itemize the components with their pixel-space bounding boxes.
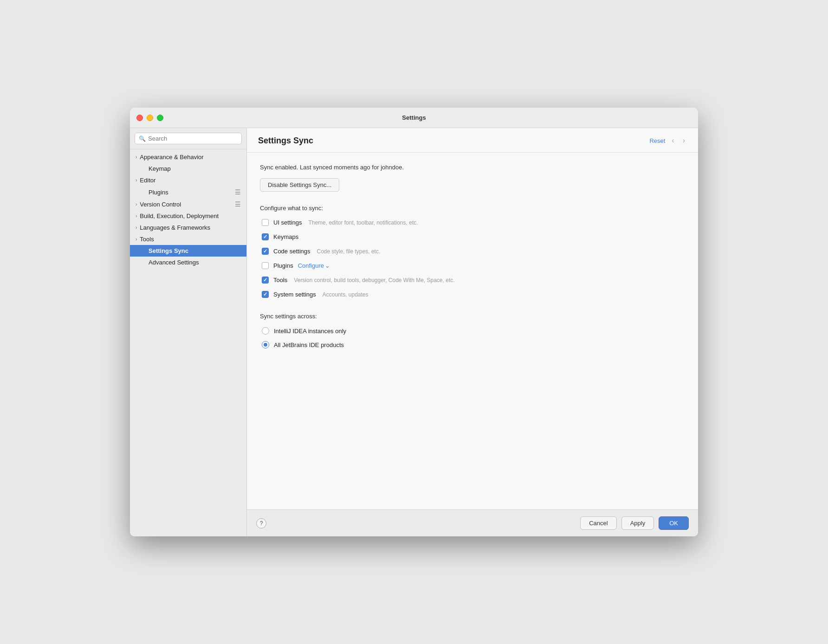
configure-link[interactable]: Configure ⌄ — [298, 262, 330, 269]
code-settings-desc: Code style, file types, etc. — [317, 248, 381, 255]
sidebar-item-settings-sync[interactable]: Settings Sync — [130, 245, 246, 257]
chevron-right-icon: › — [136, 202, 137, 207]
system-settings-checkbox[interactable] — [262, 291, 269, 298]
menu-icon: ☰ — [235, 200, 241, 208]
search-icon: 🔍 — [139, 135, 146, 142]
ui-settings-desc: Theme, editor font, toolbar, notificatio… — [308, 219, 418, 226]
chevron-right-icon: › — [136, 225, 137, 230]
radio-options-list: IntelliJ IDEA instances only All JetBrai… — [260, 327, 685, 348]
main-body: Sync enabled. Last synced moments ago fo… — [247, 153, 698, 509]
sync-status-text: Sync enabled. Last synced moments ago fo… — [260, 164, 685, 171]
main-panel: Settings Sync Reset ‹ › Sync enabled. La… — [247, 128, 698, 536]
chevron-right-icon: › — [136, 178, 137, 183]
sidebar-item-label: Version Control — [140, 201, 233, 208]
system-settings-desc: Accounts, updates — [323, 291, 369, 298]
sync-across-title: Sync settings across: — [260, 313, 685, 320]
search-wrapper[interactable]: 🔍 — [135, 133, 242, 144]
intellij-only-radio[interactable] — [262, 327, 269, 335]
sidebar-item-label: Advanced Settings — [136, 259, 241, 266]
sidebar-item-keymap[interactable]: Keymap — [130, 163, 246, 174]
sync-option-code-settings: Code settings Code style, file types, et… — [262, 248, 685, 255]
chevron-down-icon: ⌄ — [325, 262, 330, 269]
search-input[interactable] — [148, 135, 238, 142]
page-title: Settings Sync — [258, 136, 313, 146]
close-button[interactable] — [136, 115, 143, 121]
footer-left: ? — [256, 518, 266, 528]
all-jetbrains-label: All JetBrains IDE products — [274, 341, 344, 348]
sync-option-plugins: Plugins Configure ⌄ — [262, 262, 685, 269]
sidebar-item-label: Settings Sync — [136, 247, 241, 254]
code-settings-label: Code settings — [273, 248, 310, 255]
plugins-label: Plugins — [273, 262, 293, 269]
sync-option-keymaps: Keymaps — [262, 233, 685, 240]
sidebar-item-label: Tools — [140, 236, 241, 243]
radio-option-intellij-only[interactable]: IntelliJ IDEA instances only — [262, 327, 685, 335]
plugins-checkbox[interactable] — [262, 262, 269, 269]
radio-option-all-jetbrains[interactable]: All JetBrains IDE products — [262, 341, 685, 348]
apply-button[interactable]: Apply — [621, 516, 654, 530]
forward-arrow-button[interactable]: › — [681, 135, 687, 146]
window-title: Settings — [402, 114, 426, 121]
chevron-right-icon: › — [136, 155, 137, 160]
keymaps-label: Keymaps — [273, 233, 298, 240]
sidebar-item-label: Keymap — [136, 165, 241, 172]
sync-option-ui-settings: UI settings Theme, editor font, toolbar,… — [262, 219, 685, 226]
ok-button[interactable]: OK — [659, 516, 689, 530]
all-jetbrains-radio[interactable] — [262, 341, 269, 348]
content-area: 🔍 › Appearance & Behavior Keymap › Edito… — [130, 128, 698, 536]
header-actions: Reset ‹ › — [649, 135, 687, 146]
sidebar-item-label: Plugins — [136, 189, 233, 196]
sidebar-item-build-execution[interactable]: › Build, Execution, Deployment — [130, 210, 246, 222]
sync-option-system-settings: System settings Accounts, updates — [262, 291, 685, 298]
maximize-button[interactable] — [157, 115, 163, 121]
sidebar-item-advanced-settings[interactable]: Advanced Settings — [130, 257, 246, 268]
back-arrow-button[interactable]: ‹ — [670, 135, 676, 146]
titlebar: Settings — [130, 108, 698, 128]
sidebar-item-appearance-behavior[interactable]: › Appearance & Behavior — [130, 151, 246, 163]
code-settings-checkbox[interactable] — [262, 248, 269, 255]
configure-section-title: Configure what to sync: — [260, 205, 685, 212]
cancel-button[interactable]: Cancel — [580, 516, 616, 530]
sidebar-item-label: Editor — [140, 177, 241, 184]
intellij-only-label: IntelliJ IDEA instances only — [274, 328, 346, 335]
tools-checkbox[interactable] — [262, 277, 269, 283]
sync-option-tools: Tools Version control, build tools, debu… — [262, 277, 685, 283]
ui-settings-checkbox[interactable] — [262, 219, 269, 226]
reset-button[interactable]: Reset — [649, 137, 665, 144]
keymaps-checkbox[interactable] — [262, 233, 269, 240]
sidebar-item-label: Appearance & Behavior — [140, 154, 241, 161]
footer: ? Cancel Apply OK — [247, 509, 698, 536]
search-box: 🔍 — [130, 128, 246, 149]
settings-window: Settings 🔍 › Appearance & Behavior Keyma… — [130, 108, 698, 536]
ui-settings-label: UI settings — [273, 219, 302, 226]
nav-list: › Appearance & Behavior Keymap › Editor … — [130, 149, 246, 536]
sidebar-item-editor[interactable]: › Editor — [130, 174, 246, 186]
minimize-button[interactable] — [147, 115, 153, 121]
sidebar-item-label: Build, Execution, Deployment — [140, 213, 241, 219]
menu-icon: ☰ — [235, 188, 241, 196]
main-header: Settings Sync Reset ‹ › — [247, 128, 698, 153]
sidebar-item-languages-frameworks[interactable]: › Languages & Frameworks — [130, 222, 246, 233]
chevron-right-icon: › — [136, 213, 137, 219]
sync-options-list: UI settings Theme, editor font, toolbar,… — [260, 219, 685, 298]
system-settings-label: System settings — [273, 291, 316, 298]
sidebar: 🔍 › Appearance & Behavior Keymap › Edito… — [130, 128, 247, 536]
chevron-right-icon: › — [136, 237, 137, 242]
tools-label: Tools — [273, 277, 287, 283]
traffic-lights — [136, 115, 163, 121]
disable-sync-button[interactable]: Disable Settings Sync... — [260, 178, 339, 192]
help-button[interactable]: ? — [256, 518, 266, 528]
sidebar-item-version-control[interactable]: › Version Control ☰ — [130, 198, 246, 210]
sidebar-item-plugins[interactable]: Plugins ☰ — [130, 186, 246, 198]
sidebar-item-label: Languages & Frameworks — [140, 224, 241, 231]
sidebar-item-tools[interactable]: › Tools — [130, 233, 246, 245]
tools-desc: Version control, build tools, debugger, … — [294, 277, 454, 283]
